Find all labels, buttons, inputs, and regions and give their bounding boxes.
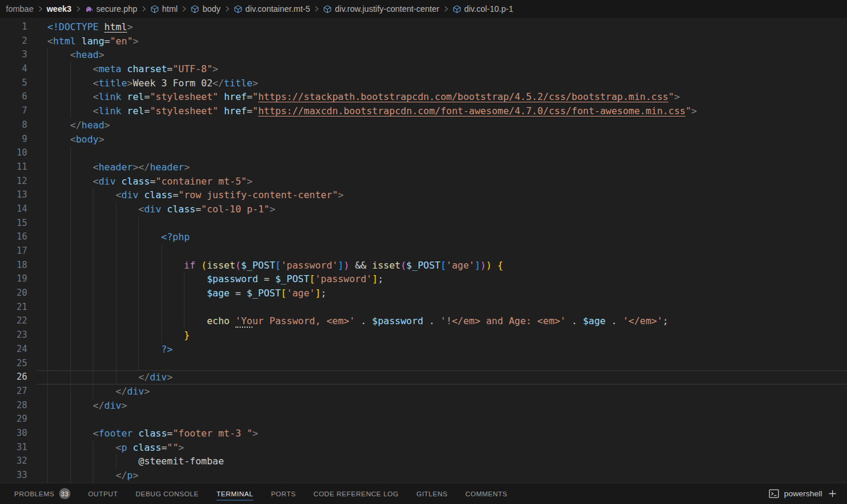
code-line[interactable]: 33</p> [0,469,847,483]
line-content[interactable]: </div> [37,385,847,399]
line-content[interactable]: <?php [37,230,847,244]
code-line[interactable]: 28</div> [0,399,847,413]
line-content[interactable]: <html lang="en"> [37,34,847,49]
line-number[interactable]: 15 [0,217,37,231]
line-number[interactable]: 18 [0,259,37,273]
line-number[interactable]: 2 [0,34,37,49]
line-content[interactable]: <meta charset="UTF-8"> [37,62,847,76]
panel-tab-gitlens[interactable]: GITLENS [408,483,457,504]
line-content[interactable] [37,146,847,160]
code-line[interactable]: 20$age = $_POST['age']; [0,286,847,301]
code-line[interactable]: 10 [0,146,847,160]
code-line[interactable]: 6<link rel="stylesheet" href="https://st… [0,90,847,104]
line-content[interactable]: <footer class="footer mt-3 "> [37,427,847,441]
line-number[interactable]: 12 [0,175,37,189]
new-terminal-button[interactable] [827,489,838,499]
line-number[interactable]: 20 [0,286,37,301]
breadcrumb-item-week3[interactable]: week3 [47,0,72,18]
line-content[interactable]: </head> [37,118,847,133]
line-number[interactable]: 1 [0,20,37,34]
line-number[interactable]: 9 [0,133,37,147]
line-number[interactable]: 11 [0,160,37,175]
breadcrumb-item-div-container-mt-5[interactable]: div.container.mt-5 [234,0,310,18]
panel-tab-ports[interactable]: PORTS [262,483,305,504]
breadcrumb-item-secure-php[interactable]: secure.php [85,0,137,18]
line-content[interactable] [37,244,847,259]
code-line[interactable]: 25 [0,357,847,371]
line-number[interactable]: 27 [0,385,37,399]
code-line[interactable]: 2<html lang="en"> [0,34,847,49]
panel-tab-comments[interactable]: COMMENTS [457,483,516,504]
line-content[interactable]: if (isset($_POST['password']) && isset($… [37,259,847,273]
code-line[interactable]: 16<?php [0,230,847,244]
line-content[interactable]: <!DOCTYPE html> [37,20,847,34]
line-number[interactable]: 13 [0,188,37,202]
line-number[interactable]: 16 [0,230,37,244]
panel-tab-output[interactable]: OUTPUT [79,483,127,504]
line-content[interactable]: $password = $_POST['password']; [37,272,847,286]
line-content[interactable]: <div class="container mt-5"> [37,175,847,189]
code-line[interactable]: 9<body> [0,133,847,147]
code-line[interactable]: 19$password = $_POST['password']; [0,272,847,286]
code-line[interactable]: 23} [0,328,847,343]
line-number[interactable]: 31 [0,441,37,455]
code-line[interactable]: 31<p class=""> [0,441,847,455]
breadcrumb-item-body[interactable]: body [190,0,220,18]
line-number[interactable]: 33 [0,469,37,483]
line-number[interactable]: 3 [0,48,37,62]
line-content[interactable]: ?> [37,343,847,357]
line-number[interactable]: 28 [0,399,37,413]
breadcrumb-item-div-row-justify-content-center[interactable]: div.row.justify-content-center [323,0,439,18]
code-line[interactable]: 1<!DOCTYPE html> [0,20,847,34]
line-content[interactable] [37,412,847,427]
code-line[interactable]: 24?> [0,343,847,357]
line-content[interactable]: <link rel="stylesheet" href="https://sta… [37,90,847,104]
code-area[interactable]: 1<!DOCTYPE html>2<html lang="en">3<head>… [0,18,847,483]
line-content[interactable]: <div class="row justify-content-center"> [37,188,847,202]
line-number[interactable]: 26 [0,370,37,385]
code-line[interactable]: 13<div class="row justify-content-center… [0,188,847,202]
line-content[interactable]: </div> [37,370,847,385]
code-line[interactable]: 8</head> [0,118,847,133]
line-number[interactable]: 19 [0,272,37,286]
code-line[interactable]: 18if (isset($_POST['password']) && isset… [0,259,847,273]
line-number[interactable]: 8 [0,118,37,133]
line-number[interactable]: 32 [0,454,37,469]
code-line[interactable]: 4<meta charset="UTF-8"> [0,62,847,76]
line-number[interactable]: 30 [0,427,37,441]
line-number[interactable]: 14 [0,202,37,217]
line-content[interactable]: </div> [37,399,847,413]
breadcrumb-item-fombae[interactable]: fombae [6,0,34,18]
line-content[interactable]: <p class=""> [37,441,847,455]
line-content[interactable]: </p> [37,469,847,483]
breadcrumb-item-div-col-10-p-1[interactable]: div.col-10.p-1 [452,0,513,18]
code-line[interactable]: 30<footer class="footer mt-3 "> [0,427,847,441]
line-content[interactable]: @steemit-fombae [37,454,847,469]
line-content[interactable] [37,301,847,315]
line-content[interactable] [37,217,847,231]
panel-tab-problems[interactable]: PROBLEMS33 [5,483,79,504]
line-content[interactable]: <head> [37,48,847,62]
line-number[interactable]: 29 [0,412,37,427]
code-line[interactable]: 14<div class="col-10 p-1"> [0,202,847,217]
line-number[interactable]: 25 [0,357,37,371]
code-line[interactable]: 3<head> [0,48,847,62]
code-line[interactable]: 7<link rel="stylesheet" href="https://ma… [0,104,847,118]
line-number[interactable]: 17 [0,244,37,259]
code-line[interactable]: 29 [0,412,847,427]
line-content[interactable]: $age = $_POST['age']; [37,286,847,301]
breadcrumb-item-html[interactable]: html [150,0,177,18]
line-number[interactable]: 5 [0,76,37,91]
line-content[interactable]: <body> [37,133,847,147]
terminal-shell-selector[interactable]: powershell [768,488,822,499]
line-content[interactable]: } [37,328,847,343]
code-line[interactable]: 5<title>Week 3 Form 02</title> [0,76,847,91]
panel-tab-debug-console[interactable]: DEBUG CONSOLE [127,483,208,504]
line-number[interactable]: 23 [0,328,37,343]
line-content[interactable]: <title>Week 3 Form 02</title> [37,76,847,91]
panel-tab-code-reference-log[interactable]: CODE REFERENCE LOG [305,483,408,504]
panel-tab-terminal[interactable]: TERMINAL [208,483,262,504]
line-number[interactable]: 24 [0,343,37,357]
line-number[interactable]: 10 [0,146,37,160]
code-line[interactable]: 11<header></header> [0,160,847,175]
